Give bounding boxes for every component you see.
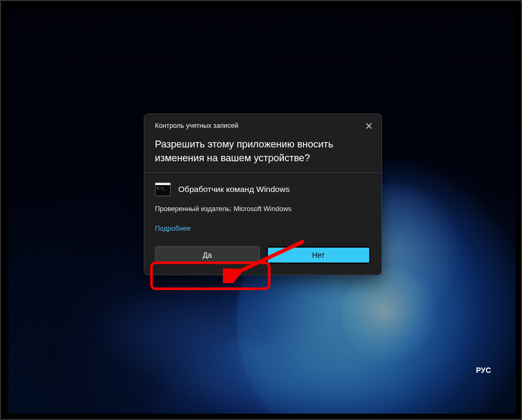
- show-more-details-link[interactable]: Подробнее: [144, 216, 201, 246]
- uac-question-text: Разрешить этому приложению вносить измен…: [144, 135, 381, 172]
- dialog-header: Контроль учетных записей: [144, 114, 381, 135]
- close-button[interactable]: [361, 119, 376, 132]
- dialog-header-title: Контроль учетных записей: [155, 122, 238, 129]
- uac-dialog: Контроль учетных записей Разрешить этому…: [144, 113, 382, 275]
- verified-publisher-text: Проверенный издатель: Microsoft Windows: [144, 202, 381, 216]
- cmd-icon: [155, 182, 171, 196]
- app-name: Обработчик команд Windows: [178, 185, 290, 194]
- yes-button[interactable]: Да: [155, 246, 260, 264]
- input-language-indicator[interactable]: РУС: [476, 366, 491, 374]
- close-icon: [366, 123, 372, 129]
- no-button[interactable]: Нет: [266, 246, 371, 264]
- dialog-button-row: Да Нет: [144, 246, 381, 275]
- screenshot-frame: РУС Контроль учетных записей Разрешить э…: [0, 0, 522, 420]
- app-info-row: Обработчик команд Windows: [144, 173, 381, 202]
